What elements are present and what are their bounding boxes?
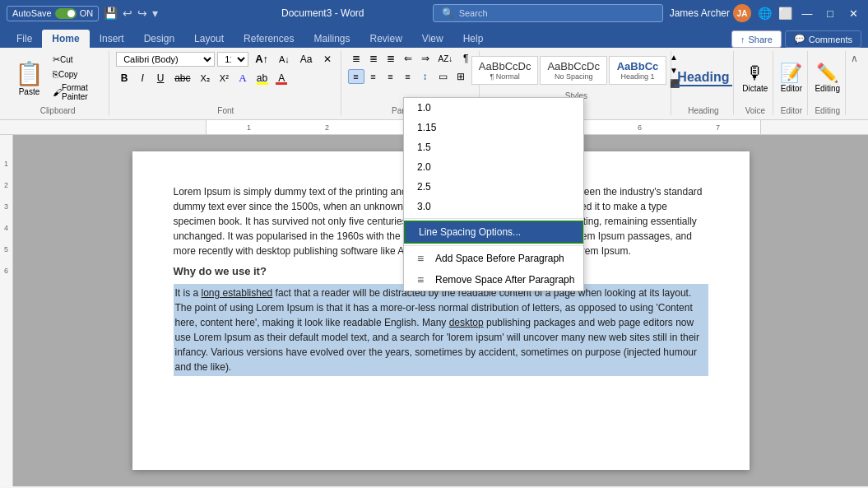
italic-button[interactable]: I bbox=[134, 71, 151, 86]
text-effects-button[interactable]: A bbox=[234, 70, 251, 86]
search-placeholder: Search bbox=[459, 8, 488, 18]
font-shrink-button[interactable]: A↓ bbox=[275, 53, 294, 66]
align-left-button[interactable]: ≡ bbox=[348, 69, 364, 84]
ls-value-3.0: 3.0 bbox=[417, 201, 431, 212]
justify-button[interactable]: ≡ bbox=[400, 70, 416, 83]
style-no-spacing-preview: AaBbCcDc bbox=[547, 60, 600, 72]
tab-design[interactable]: Design bbox=[134, 30, 184, 48]
editing-button[interactable]: ✏️ Editing bbox=[815, 51, 840, 105]
collapse-ribbon-button[interactable]: ∧ bbox=[847, 51, 861, 66]
multilevel-button[interactable]: ≣ bbox=[383, 51, 399, 66]
title-bar: AutoSave ON 💾 ↩ ↪ ▾ Document3 - Word 🔍 S… bbox=[0, 0, 868, 26]
increase-indent-button[interactable]: ⇒ bbox=[417, 51, 434, 66]
superscript-button[interactable]: X² bbox=[216, 72, 233, 85]
autosave-toggle[interactable] bbox=[55, 8, 77, 19]
share-button[interactable]: ↑ Share bbox=[731, 30, 782, 48]
ls-item-1.15[interactable]: 1.15 bbox=[404, 118, 583, 137]
clear-format-button[interactable]: ✕ bbox=[319, 52, 336, 67]
ruler-v-mark: 2 bbox=[4, 181, 8, 189]
comments-button[interactable]: 💬 Comments bbox=[785, 30, 861, 48]
editing-icon: ✏️ bbox=[816, 63, 838, 84]
editor-group: 📝 Editor Editor bbox=[775, 51, 808, 115]
undo-icon[interactable]: ↩ bbox=[123, 7, 132, 20]
font-color-button[interactable]: A bbox=[273, 71, 290, 86]
close-button[interactable]: ✕ bbox=[845, 5, 861, 21]
underline-button[interactable]: U bbox=[152, 71, 169, 86]
add-space-before-label: Add Space Before Paragraph bbox=[435, 253, 564, 264]
tab-view[interactable]: View bbox=[412, 30, 453, 48]
ls-value-2.5: 2.5 bbox=[417, 181, 431, 193]
line-spacing-button[interactable]: ↕ bbox=[417, 69, 434, 84]
username: James Archer bbox=[670, 7, 730, 19]
ls-item-3.0[interactable]: 3.0 bbox=[404, 197, 583, 216]
editor-button[interactable]: 📝 Editor bbox=[780, 51, 802, 105]
autosave-on-label: ON bbox=[80, 8, 94, 18]
cut-button[interactable]: ✂ Cut bbox=[49, 53, 104, 67]
ribbon-tabs: File Home Insert Design Layout Reference… bbox=[0, 26, 868, 48]
tab-layout[interactable]: Layout bbox=[184, 30, 234, 48]
minimize-button[interactable]: — bbox=[799, 5, 815, 21]
add-space-before-button[interactable]: ≡ Add Space Before Paragraph bbox=[404, 248, 583, 269]
font-size-select[interactable]: 11 bbox=[217, 52, 248, 67]
numbering-button[interactable]: ≣ bbox=[365, 51, 382, 66]
globe-icon[interactable]: 🌐 bbox=[758, 7, 772, 20]
strikethrough-button[interactable]: abc bbox=[170, 71, 194, 86]
tab-file[interactable]: File bbox=[7, 30, 42, 48]
ls-value-2.0: 2.0 bbox=[417, 161, 431, 173]
format-painter-button[interactable]: 🖌 Format Painter bbox=[49, 81, 104, 103]
bold-button[interactable]: B bbox=[116, 71, 132, 86]
style-normal-name: ¶ Normal bbox=[479, 72, 531, 81]
dictate-button[interactable]: 🎙 Dictate bbox=[742, 51, 768, 105]
decrease-indent-button[interactable]: ⇐ bbox=[400, 51, 416, 66]
save-icon[interactable]: 💾 bbox=[104, 7, 118, 20]
align-center-button[interactable]: ≡ bbox=[365, 70, 382, 83]
tab-insert[interactable]: Insert bbox=[90, 30, 134, 48]
shading-button[interactable]: ▭ bbox=[434, 69, 452, 84]
ls-value-1.0: 1.0 bbox=[417, 102, 431, 114]
paste-button[interactable]: 📋 Paste bbox=[12, 58, 47, 98]
align-right-button[interactable]: ≡ bbox=[383, 70, 399, 83]
ls-item-1.5[interactable]: 1.5 bbox=[404, 137, 583, 157]
customize-icon[interactable]: ▾ bbox=[152, 7, 158, 20]
font-group: Calibri (Body) 11 A↑ A↓ Aa ✕ B I U abc X… bbox=[111, 51, 341, 115]
font-family-select[interactable]: Calibri (Body) bbox=[116, 52, 215, 67]
change-case-button[interactable]: Aa bbox=[296, 52, 317, 67]
vertical-ruler: 1 2 3 4 5 6 bbox=[0, 135, 13, 486]
borders-button[interactable]: ⊞ bbox=[453, 69, 469, 84]
tab-review[interactable]: Review bbox=[360, 30, 411, 48]
ribbon-tab-right: ↑ Share 💬 Comments bbox=[731, 30, 861, 48]
redo-icon[interactable]: ↪ bbox=[137, 7, 147, 20]
heading-preview: Heading bbox=[674, 70, 732, 86]
copy-button[interactable]: ⎘ Copy bbox=[49, 67, 104, 81]
style-heading1[interactable]: AaBbCc Heading 1 bbox=[609, 56, 666, 85]
bullets-button[interactable]: ≣ bbox=[348, 51, 364, 66]
highlight-button[interactable]: ab bbox=[253, 71, 272, 86]
style-no-spacing[interactable]: AaBbCcDc No Spacing bbox=[540, 56, 607, 85]
editing-group: ✏️ Editing Editing bbox=[810, 51, 846, 115]
restore-icon[interactable]: ⬜ bbox=[778, 7, 792, 20]
line-spacing-options-button[interactable]: Line Spacing Options... bbox=[404, 221, 583, 244]
tab-references[interactable]: References bbox=[234, 30, 304, 48]
font-grow-button[interactable]: A↑ bbox=[251, 51, 272, 67]
sort-button[interactable]: AZ↓ bbox=[434, 53, 457, 65]
remove-space-after-button[interactable]: ≡ Remove Space After Paragraph bbox=[404, 269, 583, 290]
tab-home[interactable]: Home bbox=[42, 30, 89, 48]
style-list: AaBbCcDc ¶ Normal AaBbCcDc No Spacing Aa… bbox=[471, 56, 666, 85]
avatar: JA bbox=[733, 4, 751, 22]
tab-mailings[interactable]: Mailings bbox=[304, 30, 360, 48]
search-box[interactable]: 🔍 Search bbox=[433, 4, 663, 22]
ls-separator-1 bbox=[404, 218, 583, 219]
styles-gallery: AaBbCcDc ¶ Normal AaBbCcDc No Spacing Aa… bbox=[471, 51, 681, 90]
ls-item-2.0[interactable]: 2.0 bbox=[404, 157, 583, 177]
autosave-label: AutoSave bbox=[12, 8, 52, 18]
autosave-badge[interactable]: AutoSave ON bbox=[7, 6, 99, 21]
style-normal[interactable]: AaBbCcDc ¶ Normal bbox=[471, 56, 539, 85]
style-heading1-preview: AaBbCc bbox=[616, 60, 659, 72]
ls-separator-2 bbox=[404, 245, 583, 246]
ls-item-1.0[interactable]: 1.0 bbox=[404, 98, 583, 118]
maximize-button[interactable]: □ bbox=[822, 5, 838, 21]
ls-item-2.5[interactable]: 2.5 bbox=[404, 177, 583, 197]
ls-value-1.15: 1.15 bbox=[417, 122, 436, 133]
subscript-button[interactable]: X₂ bbox=[196, 72, 213, 86]
tab-help[interactable]: Help bbox=[453, 30, 494, 48]
